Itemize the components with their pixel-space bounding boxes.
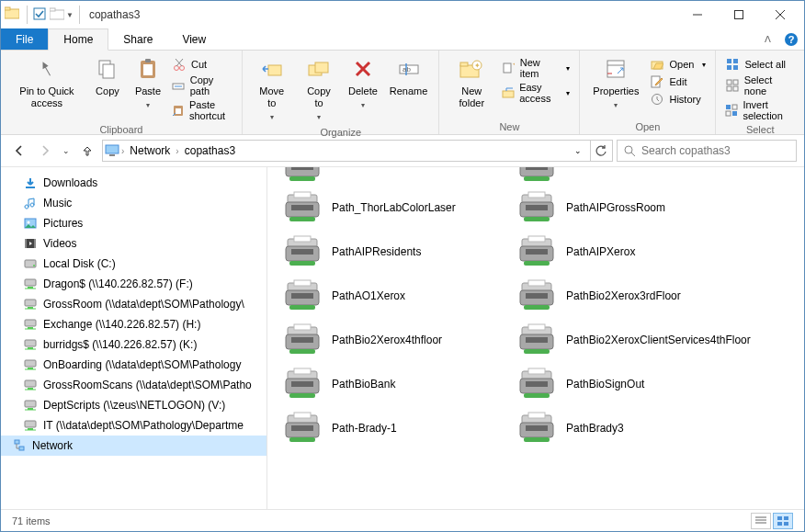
address-bar[interactable]: › Network › copathas3 ⌄ — [102, 140, 613, 162]
list-item[interactable]: PathBio2XeroxClientServices4thFloor — [511, 318, 745, 362]
list-item[interactable] — [277, 167, 511, 186]
svg-rect-15 — [145, 59, 151, 62]
new-item-icon: ✦ — [502, 61, 516, 75]
tree-node-label: Pictures — [43, 217, 83, 230]
list-item-label: PathBio2Xerox3rdFloor — [566, 289, 681, 303]
large-icons-view-button[interactable] — [773, 513, 793, 529]
forward-button[interactable] — [34, 140, 56, 162]
tree-node[interactable]: Local Disk (C:) — [1, 254, 266, 274]
list-item[interactable]: PathBioBank — [277, 362, 511, 406]
qat-dropdown-icon[interactable]: ▼ — [66, 11, 74, 19]
list-item[interactable]: Path-Brady-1 — [277, 406, 511, 450]
help-icon[interactable]: ? — [784, 32, 799, 47]
tree-node[interactable]: Videos — [1, 233, 266, 254]
recent-locations-button[interactable]: ⌄ — [60, 140, 73, 162]
copy-path-button[interactable]: Copy path — [168, 74, 236, 97]
svg-rect-43 — [727, 59, 731, 63]
edit-button[interactable]: Edit — [646, 74, 709, 90]
tree-node[interactable]: Dragon$ (\\140.226.82.57) (F:) — [1, 274, 266, 294]
refresh-button[interactable] — [590, 141, 610, 161]
properties-icon — [601, 54, 630, 84]
tab-file[interactable]: File — [1, 28, 48, 50]
tree-node[interactable]: Pictures — [1, 213, 266, 233]
svg-rect-91 — [15, 440, 19, 444]
netdrive-icon — [23, 378, 38, 392]
invert-selection-button[interactable]: Invert selection — [721, 98, 799, 122]
file-list[interactable]: Path_ThorLabColorLaserPathAIPGrossRoomPa… — [267, 167, 804, 509]
tree-node[interactable]: Music — [1, 193, 266, 213]
copy-button[interactable]: Copy — [87, 52, 128, 99]
delete-button[interactable]: Delete▾ — [342, 52, 383, 113]
breadcrumb-network[interactable]: Network — [126, 142, 174, 159]
tab-share[interactable]: Share — [108, 28, 167, 50]
paste-button[interactable]: Paste ▾ — [128, 52, 168, 113]
svg-rect-95 — [291, 167, 313, 170]
qat-checkbox-icon[interactable] — [33, 7, 48, 22]
navigation-tree[interactable]: DownloadsMusicPicturesVideosLocal Disk (… — [1, 167, 267, 509]
svg-rect-141 — [524, 349, 550, 354]
folder-icon[interactable] — [5, 6, 21, 23]
paste-shortcut-button[interactable]: Paste shortcut — [168, 98, 236, 122]
tab-home[interactable]: Home — [48, 28, 108, 51]
list-item[interactable] — [511, 167, 745, 186]
svg-rect-106 — [289, 217, 315, 221]
svg-rect-96 — [289, 176, 315, 181]
rename-button[interactable]: ab Rename — [384, 52, 434, 99]
move-to-button[interactable]: Move to▾ — [248, 52, 296, 125]
up-button[interactable] — [76, 140, 98, 162]
copy-to-button[interactable]: Copy to▾ — [296, 52, 343, 125]
tree-node[interactable]: burridgs$ (\\140.226.82.57) (K:) — [1, 334, 266, 355]
printer-icon — [515, 410, 559, 447]
search-input[interactable] — [641, 144, 790, 157]
history-button[interactable]: History — [646, 91, 709, 108]
tab-view[interactable]: View — [167, 28, 221, 50]
list-item[interactable]: PathAIPXerox — [511, 230, 745, 274]
ribbon-collapse-icon[interactable]: ᐱ — [765, 34, 771, 44]
qat-folder-icon[interactable] — [50, 7, 64, 22]
list-item[interactable]: PathBrady3 — [511, 406, 745, 450]
list-item-label: Path-Brady-1 — [332, 422, 397, 436]
search-box[interactable] — [617, 140, 797, 162]
list-item[interactable]: PathBio2Xerox4thfloor — [277, 318, 511, 362]
copy-path-icon — [172, 78, 186, 93]
ribbon-tabs: File Home Share View ᐱ ? — [1, 28, 804, 51]
list-item[interactable]: PathAIPResidents — [277, 230, 511, 274]
svg-rect-48 — [733, 80, 738, 85]
chevron-right-icon[interactable]: › — [121, 146, 124, 156]
tree-node[interactable]: GrossRoomScans (\\data\dept\SOM\Patho — [1, 375, 266, 395]
tree-node[interactable]: Exchange (\\140.226.82.57) (H:) — [1, 314, 266, 334]
tree-node-selected[interactable]: Network — [1, 436, 266, 456]
maximize-button[interactable] — [718, 1, 759, 28]
list-item[interactable]: Path_ThorLabColorLaser — [277, 186, 511, 230]
pictures-icon — [23, 216, 38, 231]
minimize-button[interactable] — [676, 1, 718, 28]
group-label: Open — [585, 119, 709, 134]
open-button[interactable]: Open▾ — [646, 56, 709, 73]
select-none-button[interactable]: Select none — [721, 74, 799, 97]
pin-to-quick-access-button[interactable]: Pin to Quick access — [6, 52, 87, 111]
close-button[interactable] — [759, 1, 800, 28]
properties-button[interactable]: Properties▾ — [585, 52, 646, 113]
tree-node[interactable]: Downloads — [1, 173, 266, 193]
cut-button[interactable]: Cut — [168, 56, 236, 73]
tree-node[interactable]: OnBoarding (\\data\dept\SOM\Pathology — [1, 355, 266, 375]
breadcrumb-location[interactable]: copathas3 — [181, 142, 239, 159]
back-button[interactable] — [8, 140, 30, 162]
svg-rect-51 — [726, 105, 731, 109]
list-item[interactable]: PathBioSignOut — [511, 362, 745, 406]
easy-access-button[interactable]: Easy access▾ — [498, 81, 573, 105]
list-item[interactable]: PathAIPGrossRoom — [511, 186, 745, 230]
tree-node[interactable]: DeptScripts (\\zeus\NETLOGON) (V:) — [1, 395, 266, 415]
pin-icon — [32, 54, 62, 84]
address-dropdown-button[interactable]: ⌄ — [568, 141, 588, 161]
list-item[interactable]: PathAO1Xerox — [277, 274, 511, 318]
chevron-right-icon[interactable]: › — [176, 146, 178, 156]
tree-node[interactable]: IT (\\data\dept\SOM\Pathology\Departme — [1, 415, 266, 436]
select-all-button[interactable]: Select all — [721, 56, 799, 73]
tree-node[interactable]: GrossRoom (\\data\dept\SOM\Pathology\ — [1, 294, 266, 314]
details-view-button[interactable] — [751, 513, 771, 529]
new-folder-button[interactable]: ✦ New folder — [445, 52, 498, 111]
new-item-button[interactable]: ✦New item▾ — [498, 56, 573, 80]
list-item[interactable]: PathBio2Xerox3rdFloor — [511, 274, 745, 318]
status-bar: 71 items — [1, 509, 804, 531]
